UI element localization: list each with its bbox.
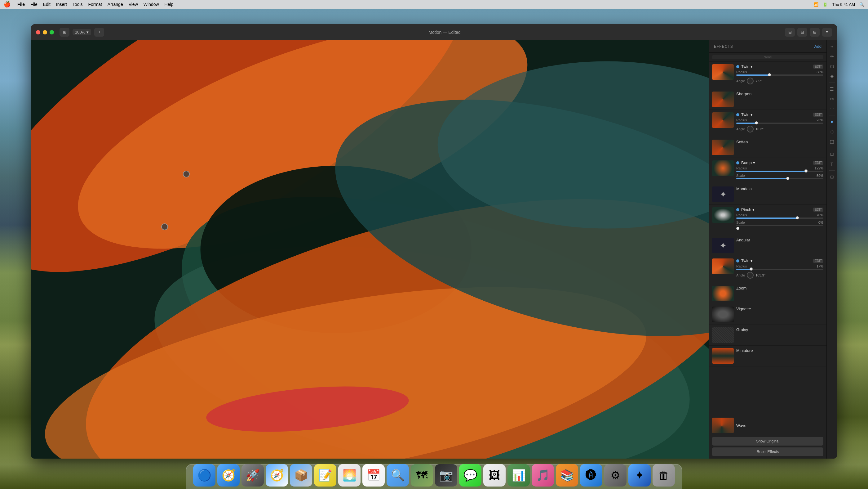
tool-add-icon[interactable]: ⊕ [828, 72, 836, 81]
tool-crop-icon[interactable]: ✂ [828, 95, 836, 103]
effect-item-twirl1-main[interactable]: Twirl ▾ EDIT Radius 38% [709, 62, 827, 89]
tool-more-icon[interactable]: ⋯ [828, 105, 836, 113]
tool-shape-icon[interactable]: ⬡ [828, 62, 836, 71]
dock-quicklook[interactable]: 🔍 [386, 464, 409, 487]
effect-item-bump[interactable]: Bump ▾ EDIT Radius 122% [709, 158, 827, 184]
tool-select-icon[interactable]: ⬚ [828, 137, 836, 146]
effect-slider-radius2[interactable] [736, 122, 824, 124]
menu-edit[interactable]: Edit [43, 2, 51, 7]
effect-item-angular[interactable]: Angular [709, 235, 827, 256]
effect-name-angular: Angular [736, 238, 824, 242]
dock-prefs[interactable]: ⚙ [604, 464, 626, 487]
dock-ibooks[interactable]: 📚 [556, 464, 578, 487]
dock-safari[interactable]: 🧭 [217, 464, 240, 487]
effect-item-twirl1[interactable]: None [709, 53, 827, 62]
tool-pencil-icon[interactable]: ✏ [828, 52, 836, 61]
effect-item-mandala[interactable]: Mandala [709, 184, 827, 205]
effect-enabled-bump[interactable] [736, 161, 739, 165]
control-point-1[interactable] [183, 171, 190, 177]
dock-numbers[interactable]: 📊 [507, 464, 530, 487]
effect-enabled-twirl2[interactable] [736, 113, 739, 116]
menu-insert[interactable]: Insert [56, 2, 67, 7]
tool-eraser-icon[interactable]: ◌ [828, 127, 836, 136]
close-button[interactable] [36, 30, 40, 34]
control-point-2[interactable] [161, 223, 168, 230]
effects-list[interactable]: None Twirl ▾ EDIT [709, 53, 827, 415]
effect-edit-twirl1[interactable]: EDIT [813, 64, 824, 68]
effect-enabled-pinch[interactable] [736, 208, 739, 211]
tool-layers-icon[interactable]: ☰ [828, 85, 836, 93]
export-button[interactable]: ⊟ [797, 28, 807, 37]
effect-edit-twirl3[interactable]: EDIT [813, 259, 824, 263]
effect-item-miniature[interactable]: Miniature [709, 346, 827, 367]
effect-thumb-mandala [712, 186, 734, 202]
menu-format[interactable]: Format [88, 2, 102, 7]
effect-item-soften[interactable]: Soften [709, 137, 827, 158]
share-button[interactable]: ⊞ [785, 28, 795, 37]
add-layer-button[interactable]: + [94, 28, 104, 37]
effect-slider-radius-bump[interactable] [736, 171, 824, 172]
effect-edit-twirl2[interactable]: EDIT [813, 113, 824, 117]
tool-text-icon[interactable]: T [828, 160, 836, 169]
tool-cursor-icon[interactable]: ↔ [828, 42, 836, 51]
dock-finder[interactable]: 🔵 [193, 464, 215, 487]
effect-angle-dial2[interactable] [747, 126, 754, 133]
effect-item-pinch[interactable]: Pinch ▾ EDIT Radius 70% [709, 205, 827, 235]
dock-messages[interactable]: 💬 [459, 464, 482, 487]
tool-color-icon[interactable]: ● [828, 117, 836, 126]
dock-stickies[interactable]: 📝 [314, 464, 336, 487]
dock-photos[interactable]: 🌅 [338, 464, 361, 487]
menu-help[interactable]: Help [165, 2, 174, 7]
dock-calendar[interactable]: 📅 [362, 464, 385, 487]
effect-controls-vignette: Vignette [736, 307, 824, 312]
dock-appstore[interactable]: 🅐 [580, 464, 602, 487]
menu-view[interactable]: View [129, 2, 138, 7]
zoom-display[interactable]: 100% ▾ [72, 29, 91, 35]
dock-maps[interactable]: 🗺 [411, 464, 433, 487]
reset-effects-button[interactable]: Reset Effects [712, 448, 824, 456]
effect-item-vignette[interactable]: Vignette [709, 304, 827, 325]
effect-item-twirl2[interactable]: Twirl ▾ EDIT Radius 23% [709, 110, 827, 137]
tool-grid-icon[interactable]: ⊞ [828, 173, 836, 181]
arrange-button[interactable]: ⊞ [810, 28, 819, 37]
menu-window[interactable]: Window [144, 2, 159, 7]
add-effect-button[interactable]: Add [814, 44, 822, 49]
effect-slider-radius3[interactable] [736, 269, 824, 270]
panel-toggle-button[interactable]: ≡ [822, 28, 832, 37]
effect-enabled-twirl1[interactable] [736, 65, 739, 68]
dock-facetime[interactable]: 📷 [435, 464, 457, 487]
effect-item-twirl3[interactable]: Twirl ▾ EDIT Radius 17% [709, 256, 827, 283]
effect-edit-bump[interactable]: EDIT [813, 161, 824, 165]
show-original-button[interactable]: Show Original [712, 437, 824, 445]
dock-safari2[interactable]: 🧭 [266, 464, 288, 487]
canvas-area[interactable] [31, 40, 709, 459]
dock-photos2[interactable]: 🖼 [483, 464, 506, 487]
menu-file[interactable]: File [30, 2, 37, 7]
effect-angle-dial1[interactable] [747, 78, 754, 84]
app-name[interactable]: File [18, 2, 25, 7]
dock-pixelmator[interactable]: ✦ [628, 464, 651, 487]
effect-item-grainy[interactable]: Grainy [709, 325, 827, 346]
tool-stamp-icon[interactable]: ⊡ [828, 150, 836, 159]
effect-slider-scale-pinch[interactable] [736, 225, 824, 226]
effect-item-sharpen[interactable]: Sharpen [709, 89, 827, 110]
dock-itunes[interactable]: 🎵 [532, 464, 554, 487]
effect-fill-scale-bump [736, 178, 788, 179]
fullscreen-button[interactable] [50, 30, 54, 34]
effect-slider-radius-pinch[interactable] [736, 218, 824, 219]
dock-migrate[interactable]: 📦 [290, 464, 312, 487]
view-toggle-button[interactable]: ⊞ [60, 28, 69, 37]
effect-angle-dial3[interactable] [747, 272, 754, 279]
effect-slider-radius1[interactable] [736, 75, 824, 76]
effect-enabled-twirl3[interactable] [736, 259, 739, 262]
menu-tools[interactable]: Tools [72, 2, 83, 7]
effect-edit-pinch[interactable]: EDIT [813, 208, 824, 211]
menu-arrange[interactable]: Arrange [107, 2, 123, 7]
dock-launchpad[interactable]: 🚀 [242, 464, 264, 487]
minimize-button[interactable] [43, 30, 47, 34]
menu-search-icon[interactable]: 🔍 [859, 2, 864, 7]
effect-item-zoom[interactable]: Zoom [709, 283, 827, 304]
effect-slider-scale-bump[interactable] [736, 178, 824, 179]
dock-trash[interactable]: 🗑 [653, 464, 675, 487]
apple-menu[interactable]: 🍎 [4, 1, 10, 8]
